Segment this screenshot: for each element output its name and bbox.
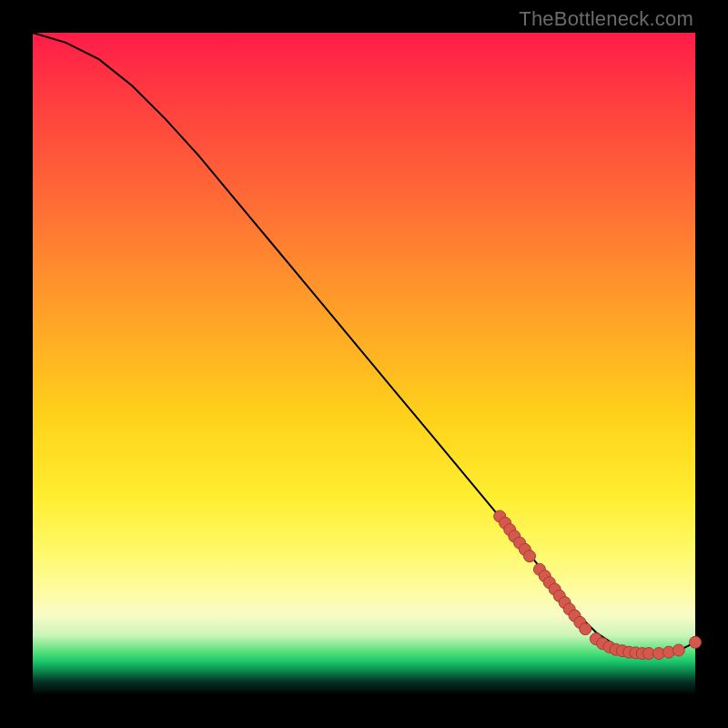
data-point: [524, 551, 536, 562]
data-points: [494, 511, 702, 660]
chart-svg: [33, 33, 695, 695]
plot-area: [33, 33, 695, 695]
data-point: [672, 644, 684, 656]
watermark-text: TheBottleneck.com: [519, 7, 693, 31]
chart-frame: TheBottleneck.com: [0, 0, 728, 728]
data-point: [580, 623, 592, 635]
data-point: [690, 636, 702, 648]
bottleneck-curve: [33, 33, 695, 653]
